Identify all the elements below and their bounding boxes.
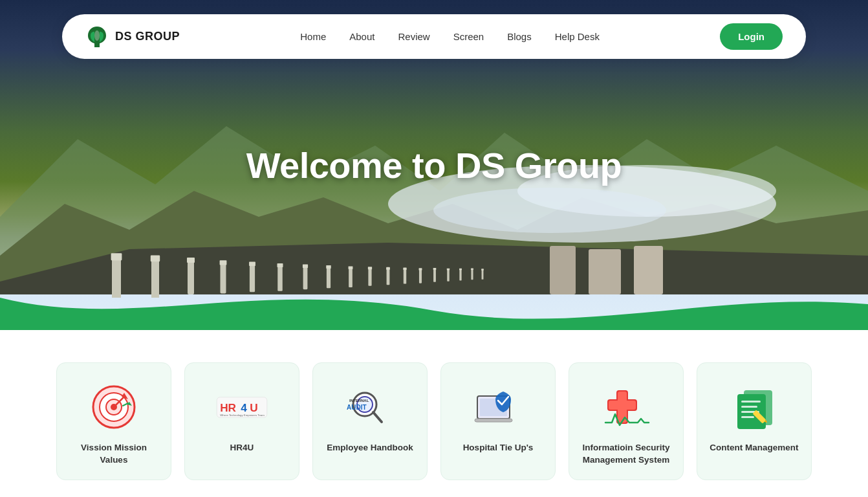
nav-item-helpdesk[interactable]: Help Desk bbox=[555, 31, 600, 43]
card-hospital[interactable]: Hospital Tie Up's bbox=[440, 362, 556, 480]
card-label-handbook: Employee Handbook bbox=[327, 442, 413, 454]
nav-link-about[interactable]: About bbox=[349, 31, 374, 42]
svg-rect-9 bbox=[97, 251, 101, 256]
logo-area: DS GROUP bbox=[85, 25, 180, 49]
nav-item-home[interactable]: Home bbox=[300, 31, 326, 43]
nav-item-screen[interactable]: Screen bbox=[453, 31, 484, 43]
card-vision[interactable]: Vission Mission Values bbox=[56, 362, 171, 480]
svg-rect-43 bbox=[741, 416, 754, 418]
card-infosec[interactable]: Informatioin Security Management System bbox=[569, 362, 684, 480]
nav-link-home[interactable]: Home bbox=[300, 31, 326, 42]
nav-item-about[interactable]: About bbox=[349, 31, 374, 43]
hero-wave bbox=[0, 278, 868, 330]
logo-text: DS GROUP bbox=[115, 30, 180, 43]
nav-item-blogs[interactable]: Blogs bbox=[507, 31, 532, 43]
cards-section: Vission Mission Values HR 4 U Where Tech… bbox=[0, 330, 868, 497]
svg-point-0 bbox=[94, 30, 100, 41]
card-icon-hospital bbox=[472, 381, 524, 433]
navbar-wrapper: DS GROUP Home About Review Screen Blogs … bbox=[62, 14, 806, 59]
nav-item-review[interactable]: Review bbox=[398, 31, 429, 43]
card-hr4u[interactable]: HR 4 U Where Technology Empowers Team HR… bbox=[184, 362, 299, 480]
svg-rect-37 bbox=[609, 401, 636, 410]
card-label-hr4u: HR4U bbox=[230, 442, 254, 454]
nav-link-screen[interactable]: Screen bbox=[453, 31, 484, 42]
card-icon-content bbox=[728, 381, 780, 433]
card-icon-hr4u: HR 4 U Where Technology Empowers Team bbox=[216, 381, 268, 433]
svg-rect-40 bbox=[741, 401, 761, 403]
nav-links: Home About Review Screen Blogs Help Desk bbox=[300, 31, 600, 43]
svg-text:4: 4 bbox=[241, 401, 247, 414]
nav-link-blogs[interactable]: Blogs bbox=[507, 31, 532, 42]
svg-line-28 bbox=[373, 412, 382, 422]
svg-text:U: U bbox=[250, 401, 257, 414]
card-label-hospital: Hospital Tie Up's bbox=[463, 442, 534, 454]
card-label-content: Content Management bbox=[710, 442, 798, 454]
nav-link-helpdesk[interactable]: Help Desk bbox=[555, 31, 600, 42]
svg-text:HR: HR bbox=[220, 401, 236, 414]
svg-point-7 bbox=[433, 188, 666, 233]
card-icon-handbook: INTERNAL AUDIT bbox=[344, 381, 396, 433]
svg-text:INTERNAL: INTERNAL bbox=[349, 399, 369, 403]
svg-rect-33 bbox=[475, 419, 512, 422]
card-label-vision: Vission Mission Values bbox=[67, 442, 160, 467]
svg-rect-41 bbox=[741, 406, 757, 408]
logo-icon bbox=[85, 25, 109, 49]
svg-text:AUDIT: AUDIT bbox=[347, 404, 367, 411]
card-icon-vision bbox=[88, 381, 140, 433]
card-label-infosec: Informatioin Security Management System bbox=[580, 442, 673, 467]
navbar: DS GROUP Home About Review Screen Blogs … bbox=[62, 14, 806, 59]
card-handbook[interactable]: INTERNAL AUDIT Employee Handbook bbox=[312, 362, 428, 480]
login-button[interactable]: Login bbox=[720, 23, 783, 50]
hero-title: Welcome to DS Group bbox=[246, 144, 622, 186]
card-content[interactable]: Content Management bbox=[697, 362, 812, 480]
svg-text:Where Technology Empowers Team: Where Technology Empowers Team bbox=[220, 414, 265, 417]
nav-link-review[interactable]: Review bbox=[398, 31, 429, 42]
card-icon-infosec bbox=[600, 381, 652, 433]
